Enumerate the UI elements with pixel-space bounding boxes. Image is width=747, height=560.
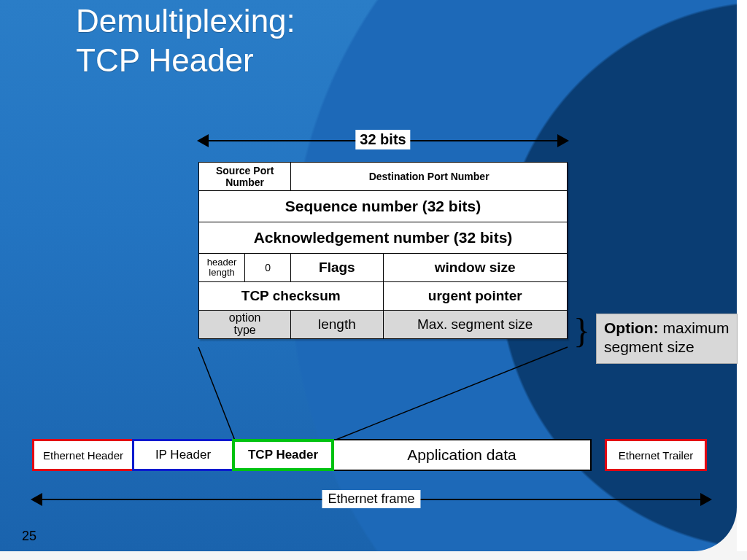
segment-application-data: Application data — [332, 439, 592, 471]
segment-ip-header: IP Header — [132, 439, 234, 471]
field-header-length: header length — [199, 254, 245, 282]
field-dst-port: Destination Port Number — [291, 163, 568, 191]
field-ack-num: Acknowledgement number (32 bits) — [199, 222, 568, 254]
brace-icon: } — [573, 316, 590, 346]
field-checksum: TCP checksum — [199, 282, 384, 311]
tcp-header-table: Source Port Number Destination Port Numb… — [198, 162, 568, 339]
field-reserved: 0 — [245, 254, 291, 282]
segment-ethernet-trailer: Ethernet Trailer — [605, 439, 707, 471]
segment-tcp-header: TCP Header — [232, 439, 334, 471]
field-option-type: option type — [199, 311, 291, 339]
title-line-1: Demultiplexing: — [76, 3, 295, 39]
field-option-length: length — [291, 311, 383, 339]
segment-ethernet-header: Ethernet Header — [32, 439, 134, 471]
field-urgent-pointer: urgent pointer — [383, 282, 568, 311]
field-option-mss: Max. segment size — [383, 311, 568, 339]
frame-bar: Ethernet Header IP Header TCP Header App… — [32, 439, 707, 471]
title-line-2: TCP Header — [76, 42, 254, 78]
slide-title: Demultiplexing: TCP Header — [76, 1, 295, 79]
svg-line-0 — [198, 347, 235, 440]
option-annotation: Option: maximum segment size — [596, 314, 738, 364]
page-number: 25 — [22, 529, 36, 544]
field-seq-num: Sequence number (32 bits) — [199, 191, 568, 222]
option-heading: Option: — [604, 319, 659, 336]
svg-line-1 — [334, 347, 568, 440]
ethernet-frame-arrow: Ethernet frame — [32, 489, 711, 518]
bits-width-arrow: 32 bits — [198, 127, 568, 156]
field-window-size: window size — [383, 254, 568, 282]
ethernet-frame-label: Ethernet frame — [322, 490, 420, 508]
field-src-port: Source Port Number — [199, 163, 291, 191]
bits-label: 32 bits — [355, 130, 410, 149]
field-flags: Flags — [291, 254, 383, 282]
